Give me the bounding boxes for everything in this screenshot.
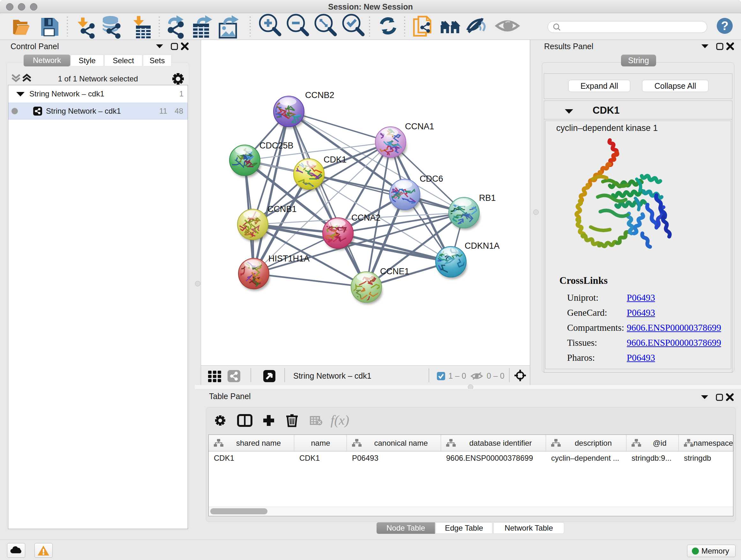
svg-text:HIST1H1A: HIST1H1A xyxy=(268,254,310,263)
svg-text:?: ? xyxy=(721,19,728,33)
svg-text:CCNB2: CCNB2 xyxy=(305,90,334,100)
svg-text:CCNA1: CCNA1 xyxy=(405,122,434,131)
svg-text:CDC25B: CDC25B xyxy=(259,141,293,150)
svg-text:CCNE1: CCNE1 xyxy=(380,266,409,276)
svg-text:String Network – cdk1: String Network – cdk1 xyxy=(293,371,372,380)
svg-text:CDC6: CDC6 xyxy=(420,174,443,184)
svg-text:CDK1: CDK1 xyxy=(324,155,347,165)
svg-text:1 – 0: 1 – 0 xyxy=(448,371,466,380)
svg-text:CCNB1: CCNB1 xyxy=(267,204,297,214)
svg-text:CCNA2: CCNA2 xyxy=(351,213,381,223)
svg-text:CDKN1A: CDKN1A xyxy=(465,241,500,251)
svg-text:RB1: RB1 xyxy=(479,193,496,203)
svg-text:f(x): f(x) xyxy=(331,413,349,428)
svg-text:0 – 0: 0 – 0 xyxy=(487,371,504,380)
